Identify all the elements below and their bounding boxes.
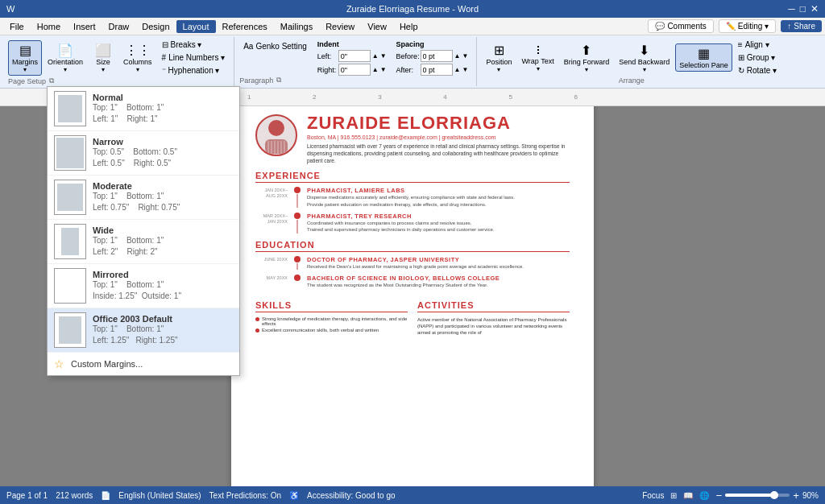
hyphenation-icon: ⁻ (162, 66, 166, 75)
margin-mirrored-option[interactable]: Mirrored Top: 1" Bottom: 1" Inside: 1.25… (48, 264, 239, 308)
menu-design[interactable]: Design (135, 20, 176, 33)
experience-section-title: EXPERIENCE (255, 171, 570, 183)
zoom-level: 90% (802, 491, 819, 500)
menu-draw[interactable]: Draw (102, 20, 136, 33)
close-btn[interactable]: ✕ (810, 3, 819, 14)
margin-office2003-preview (54, 312, 86, 348)
size-icon: ⬜ (95, 43, 111, 58)
menu-references[interactable]: References (216, 20, 274, 33)
ribbon-group-paragraph: Aa Genko Setting Indent Left: ▲ ▼ Right:… (234, 37, 477, 86)
resume-name: ZURAIDE ELORRIAGA (307, 114, 570, 132)
margins-dropdown: Normal Top: 1" Bottom: 1" Left: 1" Right… (47, 86, 240, 376)
activities-title: ACTIVITIES (417, 300, 570, 312)
menu-mailings[interactable]: Mailings (274, 20, 319, 33)
menu-home[interactable]: Home (31, 20, 67, 33)
columns-icon: ⋮⋮ (125, 43, 151, 58)
view-reading-btn[interactable]: 📖 (683, 491, 693, 500)
custom-margins-btn[interactable]: ☆ Custom Margins... (48, 353, 239, 375)
menu-insert[interactable]: Insert (67, 20, 102, 33)
breaks-btn[interactable]: ⊟ Breaks ▾ (158, 39, 230, 51)
bring-forward-icon: ⬆ (581, 43, 591, 58)
margin-office2003-option[interactable]: Office 2003 Default Top: 1" Bottom: 1" L… (48, 308, 239, 353)
bring-forward-btn[interactable]: ⬆ Bring Forward ▾ (560, 40, 614, 76)
menu-view[interactable]: View (361, 20, 393, 33)
indent-left-up[interactable]: ▲ (372, 52, 379, 60)
group-btn[interactable]: ⊞ Group ▾ (734, 52, 781, 64)
position-icon: ⊞ (494, 43, 504, 58)
selection-pane-btn[interactable]: ▦ Selection Pane (675, 43, 732, 72)
margin-normal-preview (54, 91, 86, 126)
margin-mirrored-preview (54, 268, 86, 304)
minimize-btn[interactable]: ─ (788, 3, 795, 14)
rotate-icon: ↻ (738, 66, 744, 75)
margin-normal-option[interactable]: Normal Top: 1" Bottom: 1" Left: 1" Right… (48, 87, 239, 131)
spacing-before-up[interactable]: ▲ (454, 52, 461, 60)
document-page: ZURAIDE ELORRIAGA Boston, MA | 916.555.0… (231, 98, 594, 486)
align-btn[interactable]: ≡ Align ▾ (734, 39, 781, 51)
view-normal-btn[interactable]: ⊞ (670, 491, 677, 500)
menu-help[interactable]: Help (393, 20, 425, 33)
indent-label: Indent (317, 40, 387, 48)
margin-wide-option[interactable]: Wide Top: 1" Bottom: 1" Left: 2" Right: … (48, 220, 239, 264)
indent-left-down[interactable]: ▼ (380, 52, 387, 60)
zoom-fill (725, 494, 772, 497)
zoom-out-btn[interactable]: − (715, 490, 722, 502)
spacing-after-down[interactable]: ▼ (462, 66, 469, 73)
spacing-after-input[interactable] (421, 64, 453, 76)
menu-file[interactable]: File (3, 20, 31, 33)
size-btn[interactable]: ⬜ Size ▾ (89, 40, 118, 76)
maximize-btn[interactable]: □ (800, 3, 806, 14)
education-section-title: EDUCATION (255, 240, 570, 252)
line-numbers-btn[interactable]: # Line Numbers ▾ (158, 52, 230, 64)
zoom-control: − + 90% (715, 490, 819, 502)
editing-btn[interactable]: ✏️ Editing ▾ (719, 19, 777, 33)
share-btn[interactable]: ↑ Share (781, 20, 822, 32)
share-icon: ↑ (787, 22, 791, 31)
skills-activities-section: SKILLS Strong knowledge of medication th… (255, 294, 570, 337)
wrap-text-btn[interactable]: ⫶ Wrap Text ▾ (517, 40, 558, 75)
group-icon: ⊞ (738, 53, 744, 62)
line-numbers-icon: # (162, 53, 167, 62)
page-setup-expand[interactable]: ⧉ (49, 76, 54, 85)
selection-pane-icon: ▦ (698, 46, 710, 61)
position-btn[interactable]: ⊞ Position ▾ (482, 40, 516, 76)
margin-narrow-option[interactable]: Narrow Top: 0.5" Bottom: 0.5" Left: 0.5"… (48, 131, 239, 176)
zoom-bar[interactable] (725, 494, 790, 497)
view-web-btn[interactable]: 🌐 (699, 491, 709, 500)
ribbon-group-arrange: ⊞ Position ▾ ⫶ Wrap Text ▾ ⬆ Bring Forwa… (477, 37, 786, 86)
education-item-1: JUNE 20XX DOCTOR OF PHARMACY, JASPER UNI… (255, 256, 570, 270)
spacing-before-down[interactable]: ▼ (462, 52, 469, 60)
genko-btn[interactable]: Aa Genko Setting (239, 40, 311, 52)
menu-layout[interactable]: Layout (176, 20, 216, 33)
title-bar: W Zuraide Elorriaga Resume - Word ─ □ ✕ (0, 0, 825, 18)
indent-right-down[interactable]: ▼ (380, 66, 387, 73)
hyphenation-btn[interactable]: ⁻ Hyphenation ▾ (158, 64, 230, 76)
spacing-after-up[interactable]: ▲ (454, 66, 461, 73)
spacing-label: Spacing (396, 40, 469, 48)
comments-btn[interactable]: 💬 Comments (648, 19, 713, 33)
orientation-btn[interactable]: 📄 Orientation ▾ (44, 40, 87, 76)
language: English (United States) (118, 491, 201, 500)
experience-item-2: MAR 20XX–JAN 20XX PHARMACIST, TREY RESEA… (255, 213, 570, 233)
skills-title: SKILLS (255, 300, 408, 312)
skills-section: SKILLS Strong knowledge of medication th… (255, 294, 408, 337)
indent-left-input[interactable] (338, 50, 371, 62)
menu-bar: File Home Insert Draw Design Layout Refe… (0, 18, 825, 35)
page-icon: 📄 (101, 491, 110, 500)
margin-narrow-preview (54, 135, 86, 171)
paragraph-group-label: Paragraph ⧉ (239, 76, 471, 85)
margins-btn[interactable]: ▤ Margins ▾ (8, 40, 42, 76)
star-icon: ☆ (54, 357, 64, 370)
paragraph-expand[interactable]: ⧉ (276, 76, 281, 85)
focus-btn[interactable]: Focus (642, 491, 664, 500)
margin-moderate-option[interactable]: Moderate Top: 1" Bottom: 1" Left: 0.75" … (48, 176, 239, 220)
columns-btn[interactable]: ⋮⋮ Columns ▾ (119, 40, 156, 76)
menu-review[interactable]: Review (319, 20, 361, 33)
send-backward-btn[interactable]: ⬇ Send Backward ▾ (615, 40, 674, 76)
indent-right-up[interactable]: ▲ (372, 66, 379, 73)
rotate-btn[interactable]: ↻ Rotate ▾ (734, 64, 781, 76)
word-count: 212 words (56, 491, 93, 500)
indent-right-input[interactable] (338, 64, 371, 76)
spacing-before-input[interactable] (421, 50, 453, 62)
zoom-in-btn[interactable]: + (793, 490, 799, 502)
